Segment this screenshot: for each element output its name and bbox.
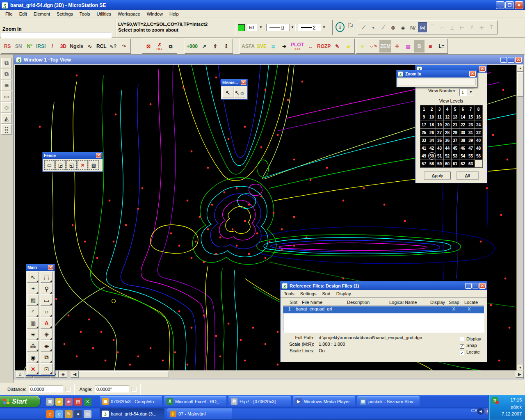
macros-2-icon-3[interactable]: ⧉	[165, 40, 176, 52]
distance-input[interactable]	[29, 386, 63, 393]
view-number-combo[interactable]: 1▼	[459, 89, 474, 96]
view-close-button[interactable]: ✕	[515, 57, 522, 63]
main-palette-title[interactable]: Main ✕	[26, 264, 55, 271]
scroll-right-icon[interactable]: ▶	[516, 371, 524, 378]
macros-4-icon-7[interactable]: ROZP	[316, 40, 331, 52]
checkbox-row-locate[interactable]: ✓Locate	[460, 349, 481, 355]
level-41[interactable]: 41	[420, 144, 428, 152]
main-tool-7[interactable]: ◜◢	[27, 306, 39, 317]
macros-1-icon-11[interactable]: ↷	[119, 40, 130, 52]
taskbar-button-5[interactable]: ▥poskok - Seznam Slov...	[357, 396, 420, 406]
macros-5-icon-3[interactable]: ZEM	[379, 40, 391, 52]
macros-3-icon-2[interactable]: ↗	[199, 40, 210, 52]
view-control-icon-1[interactable]: ⌂	[16, 371, 24, 378]
column-header-snap[interactable]: Snap	[449, 300, 464, 305]
dock-tool-icon-6[interactable]: ◭	[1, 113, 12, 123]
level-32[interactable]: 32	[475, 129, 482, 136]
level-29[interactable]: 29	[452, 129, 459, 136]
ql-media-icon[interactable]: ●	[74, 410, 82, 418]
close-icon[interactable]: ✕	[469, 71, 476, 77]
macros-4-icon-1[interactable]: ASFA	[241, 40, 256, 52]
minimize-button[interactable]: _	[465, 283, 472, 289]
element-toolbar-title[interactable]: Eleme... ✕	[221, 79, 247, 86]
level-53[interactable]: 53	[452, 152, 459, 160]
ql-paint-icon[interactable]: ✎	[65, 410, 73, 418]
macros-1-icon-9[interactable]: RCL	[96, 40, 107, 52]
ql-app-icon[interactable]: ▣	[46, 398, 54, 406]
column-header-file-name[interactable]: File Name	[302, 300, 347, 305]
horizontal-scrollbar[interactable]: ◀ ▶	[71, 371, 524, 378]
macros-1-icon-3[interactable]: Nº	[24, 40, 35, 52]
restore-button[interactable]: ❐	[505, 1, 514, 9]
main-tool-6[interactable]: ▭◢	[41, 294, 52, 306]
menu-edit[interactable]: Edit	[16, 11, 30, 17]
ql-mail-icon[interactable]: ▤	[74, 398, 82, 406]
dock-tool-icon-5[interactable]: ◇	[1, 102, 12, 112]
macros-3-icon-4[interactable]: ⇩	[221, 40, 232, 52]
view-maximize-button[interactable]: □	[508, 57, 514, 63]
macros-1-icon-6[interactable]: 3D	[58, 40, 68, 52]
fence-tool-5[interactable]: ▨	[89, 160, 99, 170]
menu-file[interactable]: File	[2, 11, 16, 17]
level-8[interactable]: 8	[475, 105, 482, 113]
info-icon[interactable]: i	[336, 22, 345, 32]
level-43[interactable]: 43	[436, 144, 443, 152]
level-44[interactable]: 44	[444, 144, 451, 152]
close-button[interactable]: ✕	[515, 1, 523, 9]
level-45[interactable]: 45	[452, 144, 459, 152]
level-48[interactable]: 48	[475, 144, 482, 152]
main-tool-5[interactable]: ▨◢	[27, 294, 39, 306]
ref-menu-sort[interactable]: Sort	[322, 291, 330, 296]
level-14[interactable]: 14	[459, 113, 467, 121]
macros-5-icon-8[interactable]: L=	[436, 40, 447, 52]
level-57[interactable]: 57	[420, 160, 428, 167]
level-31[interactable]: 31	[467, 129, 475, 136]
angle-lock-checkbox[interactable]	[132, 387, 137, 392]
language-indicator[interactable]: CS	[471, 408, 477, 413]
menu-workspace[interactable]: Workspace	[115, 11, 143, 17]
taskbar-button-1[interactable]: ▦070620x3 - Completo...	[100, 396, 162, 406]
macros-4-icon-8[interactable]: ✎	[332, 40, 342, 52]
angle-input[interactable]	[95, 386, 129, 393]
snap-checkbox[interactable]: ✓	[460, 344, 464, 349]
column-header-locate[interactable]: Locate	[464, 300, 483, 305]
level-16[interactable]: 16	[475, 113, 482, 121]
level-52[interactable]: 52	[444, 152, 451, 160]
view-control-icon-6[interactable]: ◈	[59, 371, 67, 378]
main-tool-3[interactable]: ＋◢	[27, 283, 39, 294]
display-checkbox[interactable]	[460, 337, 464, 341]
locate-checkbox[interactable]: ✓	[460, 351, 464, 355]
level-30[interactable]: 30	[459, 129, 467, 136]
level-17[interactable]: 17	[420, 121, 428, 128]
level-34[interactable]: 34	[428, 137, 436, 144]
macros-5-icon-7[interactable]: ◙	[425, 40, 436, 52]
main-tool-13[interactable]: ⁂◢	[27, 340, 39, 352]
level-24[interactable]: 24	[475, 121, 482, 128]
macros-4-icon-9[interactable]: ▰	[343, 40, 354, 52]
level-19[interactable]: 19	[436, 121, 443, 128]
reference-file-row[interactable]: 1 banat_enquad_gri X X	[283, 306, 484, 313]
column-header-logical-name[interactable]: Logical Name	[389, 300, 430, 305]
macros-4-icon-6[interactable]: ↔	[305, 40, 316, 52]
level-12[interactable]: 12	[444, 113, 451, 121]
column-header-description[interactable]: Description	[347, 300, 389, 305]
chevron-down-icon[interactable]: ▼	[289, 24, 295, 31]
menu-settings[interactable]: Settings	[54, 11, 76, 17]
level-33[interactable]: 33	[420, 137, 428, 144]
menu-utilities[interactable]: Utilities	[94, 11, 114, 17]
level-23[interactable]: 23	[467, 121, 475, 128]
line-weight-combo[interactable]: 2▼	[298, 24, 327, 31]
apply-button[interactable]: Apply	[425, 172, 451, 179]
menu-help[interactable]: Help	[167, 11, 182, 17]
column-header-display[interactable]: Display	[430, 300, 449, 305]
macros-3-icon-1[interactable]: +000	[186, 40, 199, 52]
main-tool-10[interactable]: A◢	[41, 317, 52, 329]
level-40[interactable]: 40	[475, 137, 482, 144]
level-20[interactable]: 20	[444, 121, 451, 128]
reference-files-titlebar[interactable]: ʒ Reference Files: Design Files (1) _ □ …	[281, 281, 487, 290]
horizontal-scroll-thumb[interactable]	[79, 371, 169, 377]
level-9[interactable]: 9	[420, 113, 428, 121]
close-icon[interactable]: ✕	[479, 66, 486, 72]
level-11[interactable]: 11	[436, 113, 443, 121]
active-color-swatch[interactable]	[238, 24, 245, 31]
